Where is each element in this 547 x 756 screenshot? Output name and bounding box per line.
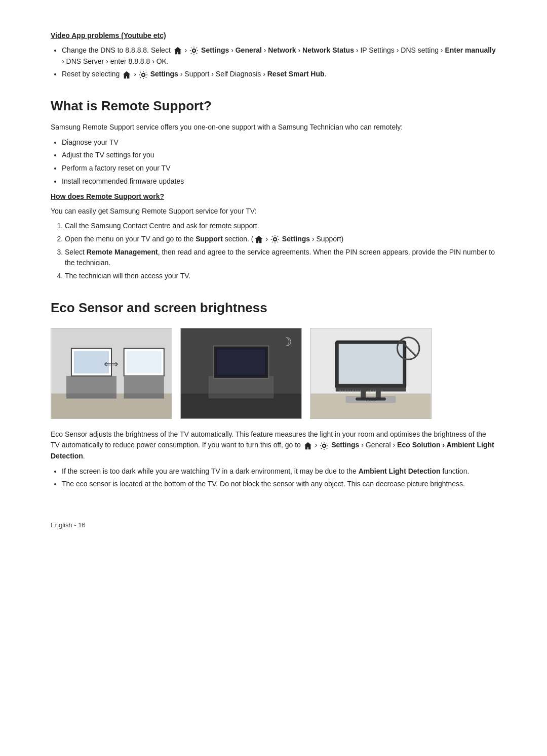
- step3-remote-mgmt: Remote Management: [87, 248, 158, 256]
- eco-image-2: ☽: [180, 328, 302, 419]
- svg-rect-33: [361, 388, 366, 398]
- bullet2-reset: Reset Smart Hub: [267, 70, 325, 78]
- gear-icon-3: [270, 235, 280, 244]
- bullet1-settings: Settings › General ›: [201, 46, 268, 54]
- home-icon-4: [303, 441, 312, 450]
- eco-bullet1-ald: Ambient Light Detection: [359, 467, 441, 475]
- remote-support-steps: Call the Samsung Contact Centre and ask …: [51, 221, 496, 281]
- eco-image-1: ⟺: [51, 328, 172, 419]
- bullet2-arrow: ›: [134, 70, 138, 78]
- step2-prefix: Open the menu on your TV and go to the: [65, 235, 196, 243]
- gear-icon-1: [189, 46, 199, 55]
- eco-bullet1-suffix: function.: [441, 467, 470, 475]
- remote-support-features: Diagnose your TV Adjust the TV settings …: [51, 137, 496, 187]
- home-icon-2: [122, 70, 131, 79]
- how-remote-title: How does Remote Support work?: [51, 191, 496, 202]
- bullet2-period: .: [325, 70, 327, 78]
- svg-text:☽: ☽: [281, 335, 292, 348]
- step2-support: Support: [196, 235, 223, 243]
- svg-rect-21: [217, 349, 265, 374]
- video-app-bullet-2: Reset by selecting › Settings › Support …: [62, 69, 496, 80]
- bullet1-arrow: ›: [185, 46, 189, 54]
- step2-suffix: section. (: [223, 235, 254, 243]
- feature-2: Adjust the TV settings for you: [62, 150, 496, 161]
- feature-4: Install recommended firmware updates: [62, 176, 496, 187]
- remote-support-intro: Samsung Remote Support service offers yo…: [51, 122, 496, 133]
- eco-bullet-1: If the screen is too dark while you are …: [62, 466, 496, 477]
- svg-rect-18: [209, 393, 274, 398]
- step3-select: Select: [65, 248, 87, 256]
- eco-illustrations: ⟺ ☽: [51, 328, 496, 419]
- step-2: Open the menu on your TV and go to the S…: [65, 234, 496, 245]
- remote-support-section: What is Remote Support? Samsung Remote S…: [51, 96, 496, 282]
- bullet1-text: Change the DNS to 8.8.8.8. Select: [62, 46, 173, 54]
- bullet1-tail: › DNS Server › enter 8.8.8.8 › OK.: [62, 57, 169, 65]
- svg-rect-35: [356, 397, 385, 400]
- eco-path-settings: Settings › General ›: [329, 441, 397, 449]
- eco-sensor-title: Eco Sensor and screen brightness: [51, 298, 496, 318]
- step-4: The technician will then access your TV.: [65, 271, 496, 282]
- video-app-title: Video App problems (Youtube etc): [51, 30, 496, 41]
- eco-path-arrow: ›: [313, 441, 319, 449]
- gear-icon-2: [139, 70, 148, 79]
- svg-rect-26: [339, 344, 403, 384]
- svg-rect-11: [124, 393, 164, 398]
- bullet1-network: Network: [268, 46, 296, 54]
- step2-arrow: ›: [264, 235, 270, 243]
- eco-bullet-2: The eco sensor is located at the bottom …: [62, 479, 496, 490]
- home-icon: [173, 46, 182, 55]
- bullet1-network-status: Network Status: [302, 46, 354, 54]
- eco-bullets: If the screen is too dark while you are …: [51, 466, 496, 490]
- bullet1-sep2: › IP Settings › DNS setting ›: [354, 46, 445, 54]
- eco-intro-text: Eco Sensor adjusts the brightness of the…: [51, 429, 496, 462]
- how-remote-intro: You can easily get Samsung Remote Suppor…: [51, 206, 496, 217]
- bullet1-sep1: ›: [296, 46, 302, 54]
- svg-text:⟺: ⟺: [104, 358, 119, 369]
- video-app-bullet-1: Change the DNS to 8.8.8.8. Select › Sett…: [62, 45, 496, 67]
- eco-illustration-3: ||||||||||||||||||||||||||| ECO: [310, 328, 431, 418]
- video-app-section: Video App problems (Youtube etc) Change …: [51, 30, 496, 80]
- svg-rect-9: [127, 351, 162, 373]
- bullet2-text: Reset by selecting: [62, 70, 122, 78]
- eco-illustration-1: ⟺: [51, 328, 172, 418]
- video-app-bullets: Change the DNS to 8.8.8.8. Select › Sett…: [51, 45, 496, 80]
- step-3: Select Remote Management, then read and …: [65, 247, 496, 269]
- page-footer: English - 16: [51, 520, 496, 530]
- eco-sensor-section: Eco Sensor and screen brightness: [51, 298, 496, 490]
- svg-rect-34: [376, 388, 381, 398]
- bullet1-enter-manually: Enter manually: [445, 46, 495, 54]
- step2-settings: Settings › Support): [280, 235, 343, 243]
- home-icon-3: [254, 235, 263, 244]
- feature-1: Diagnose your TV: [62, 137, 496, 148]
- remote-support-title: What is Remote Support?: [51, 96, 496, 116]
- eco-illustration-2: ☽: [181, 328, 301, 418]
- svg-rect-5: [66, 393, 116, 398]
- eco-image-3: ||||||||||||||||||||||||||| ECO: [310, 328, 432, 419]
- gear-icon-4: [320, 441, 329, 450]
- step-1: Call the Samsung Contact Centre and ask …: [65, 221, 496, 232]
- eco-path-period: .: [83, 452, 85, 460]
- feature-3: Perform a factory reset on your TV: [62, 163, 496, 174]
- bullet2-settings: Settings › Support › Self Diagnosis ›: [150, 70, 267, 78]
- eco-bullet1-prefix: If the screen is too dark while you are …: [62, 467, 359, 475]
